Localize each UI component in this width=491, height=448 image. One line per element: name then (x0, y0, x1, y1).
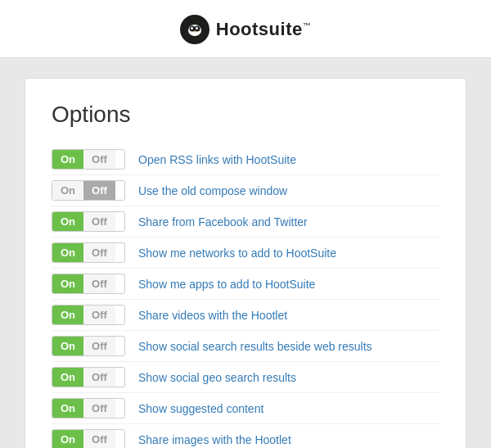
svg-point-7 (191, 27, 193, 29)
toggle-off-btn-3[interactable]: Off (83, 212, 115, 231)
toggle-off-btn-4[interactable]: Off (83, 243, 115, 262)
options-card: Options OnOffOpen RSS links with HootSui… (25, 78, 466, 448)
app-title: Hootsuite™ (216, 19, 311, 40)
toggle-on-btn-3[interactable]: On (52, 212, 83, 231)
toggle-group-2: OnOff (52, 180, 125, 201)
toggle-group-8: OnOff (52, 367, 125, 387)
toggle-group-3: OnOff (52, 211, 125, 232)
toggle-off-btn-7[interactable]: Off (83, 337, 115, 355)
toggle-on-btn-5[interactable]: On (52, 274, 83, 293)
toggle-group-5: OnOff (52, 274, 125, 294)
toggle-group-9: OnOff (52, 398, 125, 419)
toggle-on-btn-8[interactable]: On (52, 368, 83, 387)
toggle-off-btn-9[interactable]: Off (83, 399, 115, 418)
option-label-7: Show social search results beside web re… (138, 340, 372, 353)
toggle-off-btn-10[interactable]: Off (83, 430, 115, 448)
option-label-6: Share videos with the Hootlet (138, 309, 287, 322)
option-label-9: Show suggested content (138, 402, 264, 415)
toggle-on-btn-1[interactable]: On (52, 150, 83, 169)
toggle-off-btn-5[interactable]: Off (83, 274, 115, 293)
toggle-group-4: OnOff (52, 242, 125, 263)
option-row: OnOffShow social search results beside w… (52, 331, 439, 362)
toggle-on-btn-9[interactable]: On (52, 399, 83, 418)
svg-point-8 (196, 27, 198, 29)
toggle-group-1: OnOff (52, 149, 125, 170)
toggle-on-btn-10[interactable]: On (52, 430, 83, 448)
toggle-on-btn-7[interactable]: On (52, 337, 83, 355)
option-row: OnOffShow me apps to add to HootSuite (52, 269, 439, 300)
option-label-1: Open RSS links with HootSuite (138, 153, 296, 166)
option-row: OnOffUse the old compose window (52, 175, 439, 206)
toggle-on-btn-2[interactable]: On (52, 181, 83, 200)
option-row: OnOffShare videos with the Hootlet (52, 300, 439, 331)
toggle-off-btn-8[interactable]: Off (83, 368, 115, 387)
option-label-2: Use the old compose window (138, 184, 287, 197)
owl-icon (180, 15, 209, 44)
toggle-on-btn-6[interactable]: On (52, 305, 83, 324)
option-label-10: Share images with the Hootlet (138, 433, 291, 446)
app-header: Hootsuite™ (0, 0, 491, 58)
toggle-group-7: OnOff (52, 336, 125, 356)
toggle-group-6: OnOff (52, 305, 125, 325)
logo: Hootsuite™ (180, 15, 311, 44)
toggle-off-btn-6[interactable]: Off (83, 305, 115, 324)
options-title: Options (52, 102, 439, 128)
option-row: OnOffShow me networks to add to HootSuit… (52, 238, 439, 269)
toggle-off-btn-1[interactable]: Off (83, 150, 115, 169)
option-row: OnOffShare from Facebook and Twitter (52, 206, 439, 238)
option-label-4: Show me networks to add to HootSuite (138, 247, 336, 260)
option-row: OnOffShare images with the Hootlet (52, 424, 439, 448)
option-label-5: Show me apps to add to HootSuite (138, 278, 315, 291)
option-label-8: Show social geo search results (138, 371, 296, 384)
option-row: OnOffShow social geo search results (52, 362, 439, 393)
option-row: OnOffShow suggested content (52, 393, 439, 424)
option-label-3: Share from Facebook and Twitter (138, 215, 308, 229)
options-list: OnOffOpen RSS links with HootSuiteOnOffU… (52, 144, 439, 448)
toggle-on-btn-4[interactable]: On (52, 243, 83, 262)
option-row: OnOffOpen RSS links with HootSuite (52, 144, 439, 175)
toggle-group-10: OnOff (52, 429, 125, 448)
toggle-off-btn-2[interactable]: Off (83, 181, 115, 200)
